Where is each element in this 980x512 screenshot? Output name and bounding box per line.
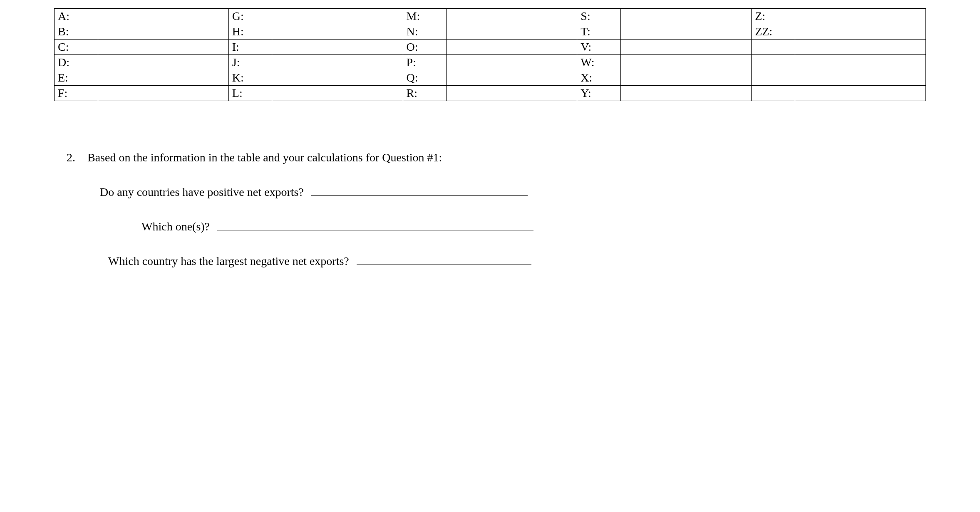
cell-label: I: — [228, 40, 272, 55]
cell-value[interactable] — [447, 86, 577, 101]
table-row: F: L: R: Y: — [55, 86, 926, 101]
cell-label: X: — [577, 70, 621, 86]
cell-label: R: — [403, 86, 447, 101]
cell-label: Q: — [403, 70, 447, 86]
question-text-c: Which country has the largest negative n… — [108, 255, 349, 268]
cell-value[interactable] — [621, 55, 752, 70]
question-line-c: Which country has the largest negative n… — [108, 254, 926, 268]
cell-label: P: — [403, 55, 447, 70]
cell-label: C: — [55, 40, 98, 55]
table-row: D: J: P: W: — [55, 55, 926, 70]
cell-value[interactable] — [795, 9, 925, 24]
cell-label: B: — [55, 24, 98, 40]
cell-label: H: — [228, 24, 272, 40]
cell-value[interactable] — [98, 9, 228, 24]
cell-value[interactable] — [621, 24, 752, 40]
cell-value[interactable] — [272, 70, 403, 86]
cell-value[interactable] — [621, 86, 752, 101]
cell-value[interactable] — [98, 86, 228, 101]
cell-value[interactable] — [447, 55, 577, 70]
question-text-a: Do any countries have positive net expor… — [100, 186, 304, 199]
question-text-b: Which one(s)? — [141, 220, 210, 233]
answer-blank-a[interactable] — [311, 185, 528, 196]
cell-label: G: — [228, 9, 272, 24]
table-row: C: I: O: V: — [55, 40, 926, 55]
cell-value[interactable] — [98, 70, 228, 86]
cell-value[interactable] — [795, 24, 925, 40]
cell-value[interactable] — [621, 9, 752, 24]
cell-label: S: — [577, 9, 621, 24]
cell-value[interactable] — [795, 55, 925, 70]
cell-label: O: — [403, 40, 447, 55]
cell-label: L: — [228, 86, 272, 101]
cell-value[interactable] — [447, 24, 577, 40]
cell-value[interactable] — [272, 9, 403, 24]
cell-label: N: — [403, 24, 447, 40]
table-row: E: K: Q: X: — [55, 70, 926, 86]
question-prompt: Based on the information in the table an… — [87, 151, 926, 164]
cell-label: W: — [577, 55, 621, 70]
cell-value[interactable] — [272, 40, 403, 55]
cell-value[interactable] — [272, 55, 403, 70]
question-line-a: Do any countries have positive net expor… — [100, 185, 926, 199]
cell-label: A: — [55, 9, 98, 24]
cell-value[interactable] — [795, 40, 925, 55]
cell-value[interactable] — [272, 24, 403, 40]
cell-label: E: — [55, 70, 98, 86]
question-line-b: Which one(s)? — [141, 220, 926, 233]
cell-value[interactable] — [621, 40, 752, 55]
cell-label: Z: — [752, 9, 795, 24]
table-row: B: H: N: T: ZZ: — [55, 24, 926, 40]
cell-label: F: — [55, 86, 98, 101]
answer-blank-c[interactable] — [357, 254, 531, 265]
cell-label — [752, 86, 795, 101]
cell-value[interactable] — [795, 86, 925, 101]
cell-value[interactable] — [447, 40, 577, 55]
cell-label: D: — [55, 55, 98, 70]
cell-value[interactable] — [98, 24, 228, 40]
cell-label — [752, 70, 795, 86]
cell-label — [752, 40, 795, 55]
cell-label — [752, 55, 795, 70]
cell-value[interactable] — [98, 40, 228, 55]
cell-label: K: — [228, 70, 272, 86]
answer-blank-b[interactable] — [217, 220, 533, 230]
cell-value[interactable] — [272, 86, 403, 101]
cell-value[interactable] — [795, 70, 925, 86]
question-number: 2. — [67, 151, 87, 164]
cell-value[interactable] — [621, 70, 752, 86]
cell-value[interactable] — [447, 70, 577, 86]
cell-value[interactable] — [447, 9, 577, 24]
cell-label: T: — [577, 24, 621, 40]
cell-label: M: — [403, 9, 447, 24]
cell-label: V: — [577, 40, 621, 55]
question-2: 2. Based on the information in the table… — [67, 151, 926, 268]
answer-table: A: G: M: S: Z: B: H: N: T: ZZ: C: I: — [54, 8, 926, 101]
cell-value[interactable] — [98, 55, 228, 70]
cell-label: Y: — [577, 86, 621, 101]
cell-label: ZZ: — [752, 24, 795, 40]
cell-label: J: — [228, 55, 272, 70]
table-row: A: G: M: S: Z: — [55, 9, 926, 24]
